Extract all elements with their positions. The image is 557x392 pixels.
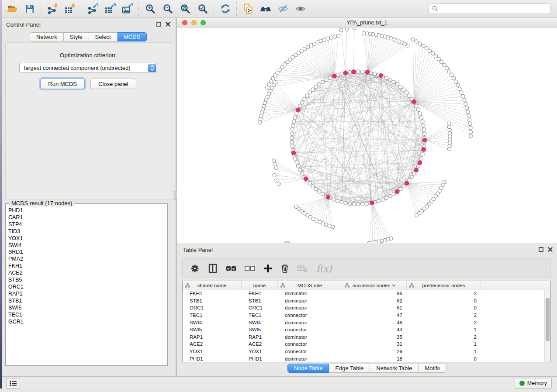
mcds-result-item[interactable]: GCR1 bbox=[8, 319, 161, 326]
zoom-in-icon[interactable] bbox=[142, 1, 159, 16]
tab-style[interactable]: Style bbox=[64, 32, 89, 41]
window-minimize-icon[interactable] bbox=[191, 20, 197, 25]
mcds-result-item[interactable]: RAP1 bbox=[8, 291, 161, 298]
tab-network[interactable]: Network bbox=[30, 32, 64, 41]
cell-predecessor_nodes: 2 bbox=[407, 291, 481, 296]
hide-selected-icon[interactable] bbox=[274, 1, 292, 16]
export-network-icon[interactable] bbox=[84, 1, 101, 16]
export-table-icon[interactable] bbox=[101, 1, 119, 16]
status-bar: Memory bbox=[2, 376, 557, 389]
tab-node-table[interactable]: Node Table bbox=[287, 364, 329, 373]
table-row[interactable]: SWI5SWI5connector431 bbox=[183, 326, 550, 334]
cell-name: SWI4 bbox=[242, 320, 278, 325]
close-panel-button[interactable]: Close panel bbox=[90, 79, 136, 89]
mcds-result-item[interactable]: TEC1 bbox=[8, 312, 161, 319]
column-header-name[interactable]: name bbox=[242, 281, 278, 290]
mcds-result-item[interactable]: SWI4 bbox=[8, 242, 161, 249]
zoom-selected-icon[interactable] bbox=[194, 1, 211, 16]
window-maximize-icon[interactable] bbox=[201, 20, 206, 25]
mcds-result-item[interactable]: PHD1 bbox=[8, 207, 161, 214]
save-session-icon[interactable] bbox=[21, 1, 38, 16]
mcds-result-item[interactable]: SWI5 bbox=[8, 305, 161, 312]
network-canvas[interactable] bbox=[177, 28, 557, 243]
import-table-icon[interactable] bbox=[61, 1, 79, 16]
table-scrollbar-thumb[interactable] bbox=[546, 298, 550, 341]
run-mcds-button[interactable]: Run MCDS bbox=[40, 79, 85, 89]
mcds-result-item[interactable]: STB1 bbox=[8, 298, 161, 305]
cell-mcds_role: connector bbox=[278, 327, 342, 332]
table-scrollbar[interactable] bbox=[544, 290, 550, 362]
window-close-icon[interactable] bbox=[182, 20, 187, 25]
table-settings-gear-icon[interactable] bbox=[190, 264, 200, 273]
new-network-from-selection-icon[interactable] bbox=[239, 1, 257, 16]
table-row[interactable]: SWI4SWI4dominator462 bbox=[183, 319, 550, 326]
mcds-result-item[interactable]: CAR1 bbox=[8, 214, 161, 221]
close-panel-icon[interactable] bbox=[548, 247, 553, 252]
cell-successor_nodes: 47 bbox=[342, 313, 407, 318]
tab-network-table[interactable]: Network Table bbox=[370, 364, 419, 373]
show-all-icon[interactable] bbox=[292, 1, 309, 16]
criterion-select[interactable]: largest connected component (undirected) bbox=[19, 63, 157, 73]
cell-shared_name: SWI4 bbox=[183, 320, 242, 325]
cell-mcds_role: dominator bbox=[278, 356, 342, 361]
cell-shared_name: YOX1 bbox=[183, 349, 242, 354]
mcds-result-item[interactable]: ACE2 bbox=[8, 270, 161, 277]
memory-button[interactable]: Memory bbox=[515, 378, 552, 389]
mcds-result-item[interactable]: STP4 bbox=[8, 221, 161, 228]
tab-motifs[interactable]: Motifs bbox=[419, 364, 446, 373]
search-box[interactable] bbox=[429, 3, 551, 14]
float-panel-icon[interactable] bbox=[156, 22, 161, 27]
control-panel: Control Panel NetworkStyleSelectMCDS Opt… bbox=[2, 18, 175, 376]
mcds-list-scrollbar[interactable] bbox=[161, 204, 167, 365]
tab-select[interactable]: Select bbox=[89, 32, 118, 41]
zoom-out-icon[interactable] bbox=[159, 1, 176, 16]
first-neighbors-icon[interactable] bbox=[257, 1, 274, 16]
table-row[interactable]: FKH1FKH1dominator962 bbox=[183, 290, 550, 297]
optimization-criterion-label: Optimization criterion: bbox=[6, 52, 171, 58]
add-column-icon[interactable] bbox=[263, 264, 272, 273]
table-panel: Table Panel bbox=[177, 243, 557, 376]
network-title: YPA_prune.txt_1 bbox=[177, 18, 557, 28]
tab-mcds[interactable]: MCDS bbox=[118, 32, 147, 41]
close-panel-icon[interactable] bbox=[166, 22, 170, 27]
cell-predecessor_nodes: 1 bbox=[407, 341, 481, 347]
table-toolbar: f(x) bbox=[182, 258, 551, 278]
mcds-result-item[interactable]: ORC1 bbox=[8, 284, 161, 291]
mcds-result-item[interactable]: SRD1 bbox=[8, 249, 161, 256]
cell-predecessor_nodes: 2 bbox=[407, 320, 481, 325]
mcds-result-item[interactable]: STB5 bbox=[8, 277, 161, 284]
search-input[interactable] bbox=[440, 5, 550, 12]
task-history-button[interactable] bbox=[6, 378, 20, 389]
mcds-result-item[interactable]: YOX1 bbox=[8, 235, 161, 242]
mcds-result-item[interactable]: TID3 bbox=[8, 228, 161, 235]
column-header-predecessor-nodes[interactable]: predecessor nodes bbox=[407, 281, 481, 290]
cell-name: FKH1 bbox=[242, 291, 278, 296]
mcds-result-item[interactable]: FKH1 bbox=[8, 263, 161, 270]
deselect-all-icon[interactable] bbox=[245, 265, 255, 272]
cell-name: RAP1 bbox=[242, 334, 278, 340]
delete-column-icon[interactable] bbox=[280, 264, 289, 273]
refresh-layout-icon[interactable] bbox=[217, 1, 234, 16]
table-row[interactable]: RAP1RAP1dominator352 bbox=[183, 334, 550, 341]
table-row[interactable]: STB1STB1dominator620 bbox=[183, 297, 550, 305]
open-session-icon[interactable] bbox=[3, 1, 21, 16]
cell-successor_nodes: 61 bbox=[342, 305, 407, 310]
column-header-MCDS-role[interactable]: MCDS role bbox=[278, 281, 342, 290]
table-row[interactable]: PHD1PHD1dominator180 bbox=[183, 355, 550, 362]
table-row[interactable]: TEC1TEC1connector472 bbox=[183, 312, 550, 319]
show-columns-icon[interactable] bbox=[208, 264, 218, 273]
select-all-icon[interactable] bbox=[226, 265, 236, 272]
column-header-successor-nodes[interactable]: successor nodes bbox=[342, 281, 407, 290]
float-panel-icon[interactable] bbox=[539, 247, 543, 252]
control-panel-tabs: NetworkStyleSelectMCDS bbox=[30, 32, 147, 41]
tab-edge-table[interactable]: Edge Table bbox=[329, 364, 370, 373]
cell-mcds_role: connector bbox=[278, 341, 342, 347]
table-row[interactable]: ORC1ORC1dominator610 bbox=[183, 304, 550, 312]
import-network-icon[interactable] bbox=[44, 1, 61, 16]
table-row[interactable]: YOX1YOX1connector291 bbox=[183, 348, 550, 355]
table-row[interactable]: ACE2ACE2connector311 bbox=[183, 340, 550, 348]
column-header-shared-name[interactable]: shared name bbox=[183, 281, 242, 290]
mcds-result-item[interactable]: PMA2 bbox=[8, 256, 161, 263]
fit-content-icon[interactable] bbox=[176, 1, 194, 16]
export-image-icon[interactable] bbox=[119, 1, 136, 16]
